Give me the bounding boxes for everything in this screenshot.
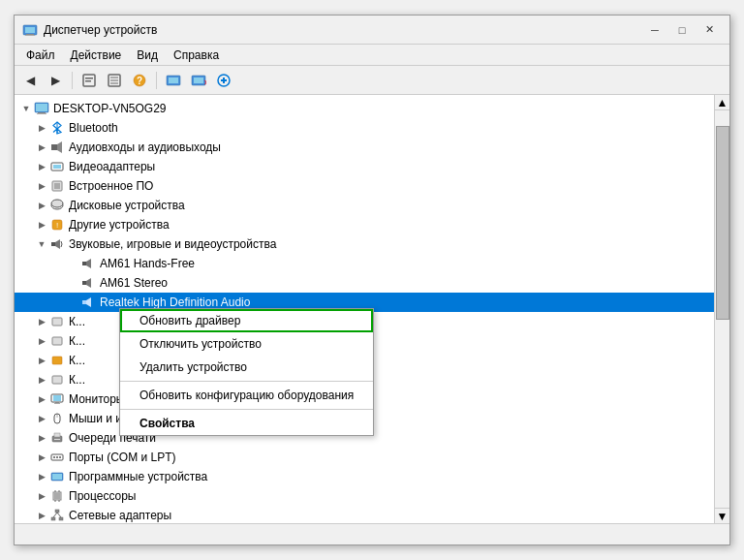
app-icon (22, 22, 38, 38)
scrollbar[interactable]: ▲ ▼ (714, 95, 729, 523)
svg-rect-27 (51, 144, 57, 150)
toolbar-sep-1 (72, 72, 73, 89)
audio-io-expander[interactable]: ▶ (34, 140, 49, 155)
device-tree[interactable]: ▼ DESKTOP-VN5OG29 ▶ Bluetooth ▶ (15, 95, 714, 523)
toolbar-btn-1[interactable] (78, 69, 101, 92)
sound-group-expander[interactable]: ▼ (34, 236, 49, 252)
toolbar-btn-2[interactable] (103, 69, 126, 92)
bluetooth-expander[interactable]: ▶ (34, 120, 49, 136)
context-menu-properties[interactable]: Свойства (120, 412, 373, 435)
processors-label: Процессоры (69, 489, 137, 503)
firmware-icon (49, 178, 65, 194)
svg-rect-22 (36, 104, 47, 111)
svg-point-61 (59, 456, 61, 458)
am61-stereo-label: AM61 Stereo (100, 276, 168, 290)
tree-item-disk[interactable]: ▶ Дисковые устройства (15, 196, 714, 215)
root-label: DESKTOP-VN5OG29 (53, 102, 166, 115)
main-window: Диспетчер устройств ─ □ ✕ Файл Действие … (14, 15, 730, 545)
svg-rect-63 (52, 474, 62, 480)
audio-io-icon (49, 140, 65, 155)
tree-item-audio-io[interactable]: ▶ Аудиовходы и аудиовыходы (15, 138, 714, 157)
svg-rect-72 (59, 517, 63, 520)
print-queue-icon (49, 430, 65, 446)
tree-item-bluetooth[interactable]: ▶ Bluetooth (15, 118, 714, 138)
disk-expander[interactable]: ▶ (34, 198, 49, 213)
disk-icon (49, 198, 65, 213)
tree-item-processors[interactable]: ▶ Процессоры (15, 486, 714, 506)
context-menu-uninstall-device[interactable]: Удалить устройство (120, 356, 373, 379)
am61-hands-label: AM61 Hands-Free (100, 257, 195, 270)
svg-text:!: ! (56, 221, 58, 230)
tree-root[interactable]: ▼ DESKTOP-VN5OG29 (15, 99, 714, 118)
forward-button[interactable]: ▶ (44, 69, 67, 92)
svg-rect-16 (194, 78, 203, 83)
svg-rect-39 (82, 262, 86, 265)
menu-view[interactable]: Вид (129, 47, 166, 64)
toolbar-btn-3[interactable] (162, 69, 185, 92)
ports-label: Порты (COM и LPT) (69, 451, 176, 464)
realtek-label: Realtek High Definition Audio (100, 296, 250, 309)
svg-rect-3 (25, 35, 35, 36)
svg-rect-32 (54, 183, 60, 189)
tree-item-firmware[interactable]: ▶ Встроенное ПО (15, 176, 714, 196)
k4-icon (49, 372, 65, 388)
root-expander[interactable]: ▼ (18, 101, 34, 116)
toolbar-btn-5[interactable] (212, 69, 235, 92)
context-menu-disable-device[interactable]: Отключить устройство (120, 332, 373, 356)
tree-item-software-devices[interactable]: ▶ Программные устройства (15, 467, 714, 486)
tree-item-am61-hands[interactable]: AM61 Hands-Free (15, 254, 714, 273)
scroll-up-button[interactable]: ▲ (715, 95, 730, 110)
tree-item-am61-stereo[interactable]: AM61 Stereo (15, 273, 714, 293)
close-button[interactable]: ✕ (697, 20, 722, 40)
svg-rect-48 (52, 376, 62, 384)
bluetooth-label: Bluetooth (69, 121, 118, 135)
firmware-expander[interactable]: ▶ (34, 178, 49, 194)
sound-group-label: Звуковые, игровые и видеоустройства (69, 237, 276, 251)
other-icon: ! (49, 217, 65, 233)
scroll-down-button[interactable]: ▼ (715, 508, 730, 523)
context-menu-separator-2 (120, 409, 373, 410)
svg-rect-23 (38, 112, 46, 113)
tree-item-sound-group[interactable]: ▼ Звуковые, игровые и видеоустройства (15, 234, 714, 254)
scrollbar-thumb[interactable] (716, 126, 729, 320)
mice-icon (49, 411, 65, 426)
ports-icon (49, 450, 65, 465)
context-menu: Обновить драйвер Отключить устройство Уд… (119, 308, 374, 436)
svg-rect-6 (85, 80, 91, 82)
video-expander[interactable]: ▶ (34, 159, 49, 174)
back-button[interactable]: ◀ (18, 69, 42, 92)
context-menu-scan-hardware[interactable]: Обновить конфигурацию оборудования (120, 384, 373, 407)
computer-icon (34, 101, 49, 116)
tree-item-other[interactable]: ▶ ! Другие устройства (15, 215, 714, 234)
menu-help[interactable]: Справка (166, 47, 227, 64)
am61-stereo-icon (80, 275, 96, 291)
tree-item-network[interactable]: ▶ Сетевые адаптеры (15, 506, 714, 523)
other-expander[interactable]: ▶ (34, 217, 49, 233)
tree-item-ports[interactable]: ▶ Порты (COM и LPT) (15, 448, 714, 467)
toolbar: ◀ ▶ ? ✕ (15, 66, 729, 95)
content-area: ▼ DESKTOP-VN5OG29 ▶ Bluetooth ▶ (15, 95, 729, 523)
menu-bar: Файл Действие Вид Справка (15, 45, 729, 66)
menu-action[interactable]: Действие (63, 47, 130, 64)
maximize-button[interactable]: □ (669, 20, 695, 40)
svg-marker-38 (55, 239, 60, 249)
window-title: Диспетчер устройств (44, 23, 642, 37)
k1-icon (49, 314, 65, 329)
context-menu-update-driver[interactable]: Обновить драйвер (120, 309, 373, 332)
svg-point-34 (51, 200, 63, 207)
tree-item-video[interactable]: ▶ Видеоадаптеры (15, 157, 714, 176)
svg-rect-51 (55, 402, 59, 403)
svg-rect-46 (52, 337, 62, 345)
menu-file[interactable]: Файл (18, 47, 63, 64)
am61-hands-icon (80, 256, 96, 271)
window-controls: ─ □ ✕ (642, 20, 722, 40)
svg-rect-70 (55, 510, 59, 513)
sound-group-icon (49, 236, 65, 252)
toolbar-btn-4[interactable]: ✕ (187, 69, 210, 92)
monitors-label: Мониторы (69, 392, 124, 406)
minimize-button[interactable]: ─ (642, 20, 667, 40)
svg-marker-42 (86, 278, 91, 288)
svg-rect-30 (53, 165, 61, 169)
help-toolbar-button[interactable]: ? (128, 69, 151, 92)
k2-label: К... (69, 334, 85, 348)
